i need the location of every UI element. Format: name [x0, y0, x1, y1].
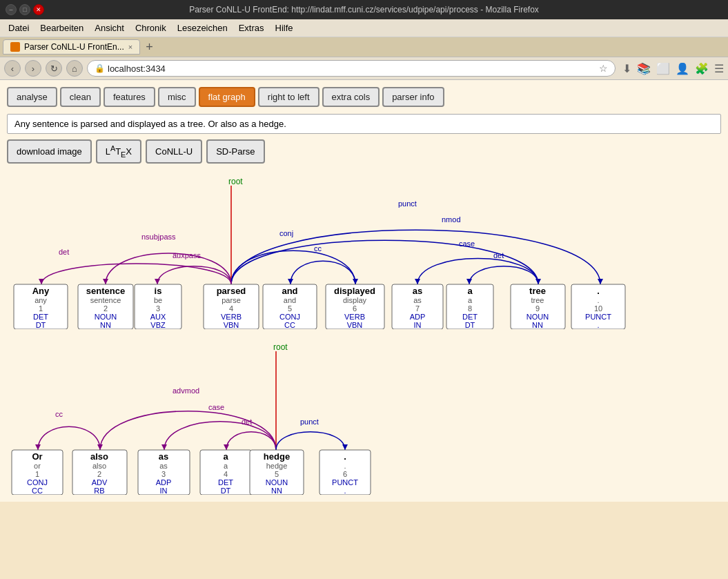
menu-hilfe[interactable]: Hilfe [270, 21, 299, 35]
tabs-icon[interactable]: ⬜ [656, 62, 670, 75]
arr2-as [161, 444, 167, 450]
extensions-icon[interactable]: 🧩 [695, 62, 709, 75]
menu-datei[interactable]: Datei [3, 21, 35, 35]
svg-text:8: 8 [468, 304, 472, 313]
svg-text:as: as [159, 462, 168, 470]
new-tab-btn[interactable]: + [141, 40, 157, 55]
svg-text:CONJ: CONJ [279, 313, 300, 321]
menu-lesezeichen[interactable]: Lesezeichen [172, 21, 233, 35]
svg-text:.: . [344, 451, 346, 462]
forward-btn[interactable]: › [25, 60, 41, 77]
svg-text:displayed: displayed [334, 286, 375, 296]
menu-chronik[interactable]: Chronik [130, 21, 172, 35]
word-period2[interactable]: . . 6 PUNCT . [319, 450, 371, 495]
tab-close-btn[interactable]: × [128, 43, 132, 51]
word-and[interactable]: and and 5 CONJ CC [263, 284, 317, 329]
window-title: Parser CoNLL-U FrontEnd: http://lindat.m… [47, 5, 681, 14]
latex-btn[interactable]: LATEX [96, 139, 141, 164]
word-a2[interactable]: a a 4 DET DT [200, 450, 252, 495]
word-as2[interactable]: as as 3 ADP IN [138, 450, 190, 495]
address-bar: ‹ › ↻ ⌂ 🔒 localhost:3434 ☆ ⬇ 📚 ⬜ 👤 🧩 ☰ [0, 57, 728, 80]
minimize-btn[interactable]: – [6, 4, 17, 15]
auxpass-label: auxpass [173, 251, 201, 259]
word-tree[interactable]: tree tree 9 NOUN NN [511, 284, 565, 329]
svg-text:CC: CC [32, 487, 43, 495]
arr2-a [224, 444, 229, 450]
svg-text:hedge: hedge [264, 451, 290, 462]
parser-info-btn[interactable]: parser info [382, 87, 444, 107]
word-also[interactable]: also also 2 ADV RB [72, 450, 127, 495]
svg-text:6: 6 [343, 470, 347, 478]
nmod-label: nmod [442, 215, 461, 224]
word-as[interactable]: as as 7 ADP IN [392, 284, 443, 329]
home-btn[interactable]: ⌂ [66, 60, 83, 77]
misc-btn[interactable]: misc [158, 87, 196, 107]
word-hedge[interactable]: hedge hedge 5 NOUN NN [250, 450, 304, 495]
cc2-label: cc [55, 410, 63, 418]
word-a[interactable]: a a 8 DET DT [446, 284, 493, 329]
sdparse-btn[interactable]: SD-Parse [206, 139, 264, 164]
cc2-arc [38, 426, 100, 450]
svg-text:9: 9 [535, 304, 540, 313]
word-is[interactable]: is be 3 AUX VBZ [135, 284, 181, 329]
svg-text:Any: Any [32, 286, 50, 296]
sentence-input[interactable] [7, 114, 721, 134]
word-any[interactable]: Any any 1 DET DT [14, 284, 68, 329]
menu-ansicht[interactable]: Ansicht [89, 21, 130, 35]
maximize-btn[interactable]: □ [19, 4, 30, 15]
url-bar-icons: ☆ [599, 63, 608, 74]
tree1-svg: root punct nmod conj case det cc nsubjp [7, 170, 669, 329]
menu-icon[interactable]: ☰ [714, 62, 724, 75]
profile-icon[interactable]: 👤 [676, 62, 689, 75]
right-to-left-btn[interactable]: right to left [258, 87, 319, 107]
tree2-svg: root advmod case det cc punct [7, 336, 421, 495]
svg-text:4: 4 [224, 470, 228, 478]
conllu-btn[interactable]: CoNLL-U [146, 139, 202, 164]
svg-text:a: a [468, 296, 473, 304]
url-bar[interactable]: 🔒 localhost:3434 ☆ [87, 60, 616, 77]
bookmark-icon[interactable]: ☆ [599, 63, 608, 74]
svg-text:ADV: ADV [92, 478, 108, 487]
analyse-btn[interactable]: analyse [7, 87, 57, 107]
browser-tab[interactable]: Parser CoNLL-U FrontEn... × [3, 39, 140, 55]
svg-text:CONJ: CONJ [27, 478, 48, 487]
svg-text:sentence: sentence [90, 296, 121, 304]
svg-text:ADP: ADP [156, 478, 172, 487]
word-period[interactable]: . . 10 PUNCT . [571, 284, 625, 329]
menu-extras[interactable]: Extras [233, 21, 270, 35]
cc-label: cc [314, 244, 322, 253]
back-btn[interactable]: ‹ [4, 60, 21, 77]
download-icon[interactable]: ⬇ [622, 62, 631, 75]
word-or[interactable]: Or or 1 CONJ CC [12, 450, 63, 495]
download-image-btn[interactable]: download image [7, 139, 92, 164]
action-buttons: download image LATEX CoNLL-U SD-Parse [7, 139, 721, 164]
svg-text:DET: DET [33, 313, 48, 321]
features-btn[interactable]: features [104, 87, 155, 107]
svg-text:DET: DET [462, 313, 478, 321]
svg-text:3: 3 [161, 470, 166, 478]
word-parsed[interactable]: parsed parse 4 VERB VBN [204, 284, 259, 329]
case2-label: case [208, 403, 224, 411]
flat-graph-btn[interactable]: flat graph [199, 87, 255, 107]
title-bar: – □ ✕ Parser CoNLL-U FrontEnd: http://li… [0, 0, 728, 19]
clean-btn[interactable]: clean [60, 87, 101, 107]
svg-text:as: as [159, 451, 168, 462]
svg-text:ADP: ADP [410, 313, 426, 321]
svg-text:NN: NN [100, 321, 111, 329]
tree1-area: root punct nmod conj case det cc nsubjp [7, 170, 721, 329]
punct1-arc [231, 230, 600, 284]
word-sentence[interactable]: sentence sentence 2 NOUN NN [78, 284, 133, 329]
reload-btn[interactable]: ↻ [46, 60, 62, 77]
bookmarks-icon[interactable]: 📚 [637, 62, 651, 75]
svg-text:DT: DT [36, 321, 46, 329]
word-displayed[interactable]: displayed display 6 VERB VBN [326, 284, 384, 329]
extra-cols-btn[interactable]: extra cols [322, 87, 380, 107]
svg-text:or: or [34, 462, 41, 470]
svg-text:2: 2 [97, 470, 101, 478]
svg-text:7: 7 [415, 304, 420, 313]
menu-bearbeiten[interactable]: Bearbeiten [35, 21, 89, 35]
svg-text:IN: IN [414, 321, 422, 329]
close-btn[interactable]: ✕ [33, 4, 44, 15]
svg-text:VBN: VBN [347, 321, 363, 329]
punct2-arc [276, 432, 345, 450]
